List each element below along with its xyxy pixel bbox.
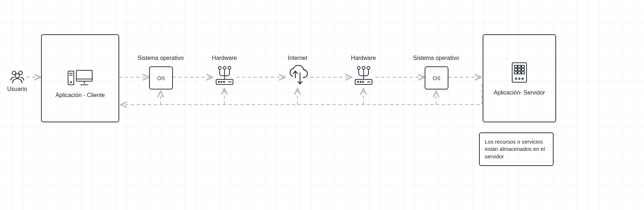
svg-point-44 (360, 82, 361, 83)
os2-box: OS (425, 66, 448, 89)
hardware2-icon (354, 65, 374, 86)
desktop-icon (67, 69, 94, 88)
server-app-box: Aplicación- Servidor (483, 34, 556, 122)
os1-title: Sistema operativo (138, 55, 184, 61)
users-icon (8, 69, 26, 84)
svg-point-14 (15, 74, 19, 78)
annotation-box: Los recursos o servicios están almacenad… (479, 132, 554, 166)
internet-title: Internet (288, 55, 307, 61)
svg-point-57 (515, 78, 517, 79)
svg-point-30 (219, 82, 220, 83)
user-label: Usuario (7, 86, 27, 92)
svg-rect-55 (518, 72, 521, 74)
svg-point-32 (224, 82, 225, 83)
svg-point-59 (522, 78, 523, 79)
os2-title: Sistema operativo (413, 55, 459, 61)
client-app-label: Aplicación - Cliente (42, 92, 118, 99)
svg-point-37 (362, 66, 365, 69)
client-app-box: Aplicación - Cliente (41, 34, 119, 122)
svg-point-13 (19, 71, 22, 75)
hw1-title: Hardware (212, 55, 237, 61)
svg-point-38 (367, 66, 370, 69)
cloud-transfer-icon (286, 65, 309, 87)
svg-rect-48 (514, 65, 517, 67)
svg-rect-56 (522, 72, 524, 74)
server-rack-icon (511, 62, 528, 85)
user-node: Usuario (7, 69, 27, 92)
svg-point-23 (218, 66, 221, 69)
annotation-text: Los recursos o servicios están almacenad… (485, 139, 545, 159)
svg-rect-19 (76, 70, 92, 81)
os1-box: OS (149, 66, 173, 89)
os2-box-label: OS (433, 75, 440, 81)
svg-point-12 (12, 71, 16, 75)
svg-rect-53 (522, 69, 524, 71)
svg-point-18 (70, 82, 71, 83)
svg-rect-49 (518, 65, 521, 67)
hardware1-icon (215, 65, 234, 86)
svg-point-24 (223, 66, 226, 69)
os1-box-label: OS (157, 75, 165, 81)
server-node-icon (354, 65, 374, 86)
svg-rect-51 (514, 69, 517, 71)
hw2-title: Hardware (351, 55, 376, 61)
svg-point-25 (228, 66, 231, 69)
svg-point-43 (358, 82, 359, 83)
server-node-icon (215, 65, 234, 86)
internet-icon (286, 65, 309, 87)
svg-point-31 (221, 82, 222, 83)
svg-point-58 (519, 78, 520, 79)
svg-rect-52 (518, 69, 521, 71)
svg-point-36 (357, 66, 360, 69)
svg-rect-50 (522, 65, 524, 67)
server-app-label: Aplicación- Servidor (483, 89, 555, 96)
svg-rect-54 (514, 72, 517, 74)
svg-point-45 (363, 82, 364, 83)
